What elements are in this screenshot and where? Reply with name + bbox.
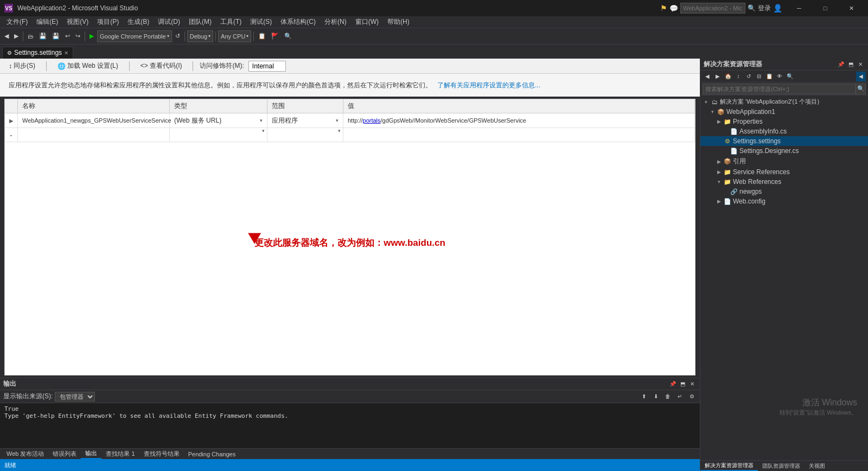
menu-help[interactable]: 帮助(H) — [383, 16, 414, 28]
row-type[interactable]: (Web 服务 URL) ▾ — [170, 113, 267, 128]
menu-analyze[interactable]: 分析(N) — [320, 16, 351, 28]
se-filter[interactable]: 🔍 — [785, 72, 795, 81]
toolbar-extra-1[interactable]: 📋 — [256, 30, 268, 42]
scope-dropdown-arrow[interactable]: ▾ — [336, 118, 339, 123]
row-name[interactable]: WebApplication1_newgps_GPSWebUserService… — [18, 113, 170, 128]
tree-settings-settings[interactable]: ⚙ Settings.settings — [700, 136, 868, 146]
grid-header-scope: 范围 — [267, 99, 343, 113]
solution-search-input[interactable] — [703, 84, 856, 94]
se-refresh[interactable]: ↺ — [744, 72, 754, 81]
se-props[interactable]: 📋 — [764, 72, 774, 81]
tab-find-results[interactable]: 查找结果 1 — [101, 449, 139, 459]
se-fwd[interactable]: ▶ — [713, 72, 723, 81]
tree-solution-node[interactable]: ▾ 🗂 解决方案 'WebApplication2'(1 个项目) — [700, 97, 868, 107]
se-pin-button[interactable]: 📌 — [837, 60, 845, 69]
empty-type-dropdown[interactable]: ▾ — [170, 128, 267, 133]
tree-assemblyinfo[interactable]: 📄 AssemblyInfo.cs — [700, 126, 868, 136]
se-close2[interactable]: ◀ — [856, 72, 866, 81]
back-button[interactable]: ◀ — [2, 30, 11, 42]
output-float-button[interactable]: ⬒ — [678, 380, 687, 389]
tree-settings-designer[interactable]: 📄 Settings.Designer.cs — [700, 146, 868, 156]
maximize-button[interactable]: □ — [813, 0, 838, 16]
menu-view[interactable]: 视图(V) — [62, 16, 93, 28]
empty-scope-dropdown[interactable]: ▾ — [267, 128, 343, 133]
tree-webconfig[interactable]: ▶ 📄 Web.config — [700, 196, 868, 206]
browser-dropdown[interactable]: Google Chrome Portable ▾ — [97, 30, 172, 42]
menu-debug[interactable]: 调试(D) — [154, 16, 184, 28]
output-clear[interactable]: 🗑 — [663, 392, 673, 402]
solution-search-icon[interactable]: 🔍 — [856, 84, 866, 94]
tree-references[interactable]: ▶ 📦 引用 — [700, 156, 868, 167]
access-modifier-select[interactable]: Internal Public — [248, 61, 286, 72]
tree-service-references[interactable]: ▶ 📁 Service References — [700, 167, 868, 177]
menu-project[interactable]: 项目(P) — [93, 16, 123, 28]
menu-file[interactable]: 文件(F) — [2, 16, 32, 28]
minimize-button[interactable]: ─ — [787, 0, 812, 16]
row-value[interactable]: http://portals/gdGpsWeb//MonitorWebServi… — [343, 113, 695, 128]
tree-properties[interactable]: ▶ 📁 Properties — [700, 117, 868, 126]
grid-data-row[interactable]: ▶ WebApplication1_newgps_GPSWebUserServi… — [5, 113, 695, 128]
output-close-button[interactable]: ✕ — [688, 380, 697, 389]
menu-window[interactable]: 窗口(W) — [351, 16, 383, 28]
empty-scope[interactable]: ▾ — [267, 128, 343, 142]
scope-dropdown[interactable]: 应用程序 ▾ — [272, 116, 339, 125]
empty-type[interactable]: ▾ — [170, 128, 267, 142]
toolbar-extra-3[interactable]: 🔍 — [282, 30, 294, 42]
type-dropdown-arrow[interactable]: ▾ — [260, 118, 263, 123]
tab-web-publish[interactable]: Web 发布活动 — [2, 449, 48, 459]
menu-build[interactable]: 生成(B) — [123, 16, 154, 28]
load-web-button[interactable]: 🌐 加载 Web 设置(L) — [53, 60, 123, 72]
run-button[interactable]: ▶ — [87, 30, 96, 42]
tree-project-node[interactable]: ▾ 📦 WebApplication1 — [700, 107, 868, 117]
se-close-button[interactable]: ✕ — [856, 60, 865, 69]
toolbar-extra-2[interactable]: 🚩 — [269, 30, 281, 42]
sync-button[interactable]: ↕ 同步(S) — [4, 60, 40, 72]
menu-architecture[interactable]: 体系结构(C) — [276, 16, 320, 28]
toolbar-save-all[interactable]: 💾 — [50, 30, 62, 42]
tab-pending-changes[interactable]: Pending Changes — [184, 450, 240, 458]
toolbar-icon-1[interactable]: 🗁 — [25, 30, 36, 42]
output-scroll-up[interactable]: ⬆ — [639, 392, 649, 402]
tab-output[interactable]: 输出 — [81, 449, 101, 459]
description-link[interactable]: 了解有关应用程序设置的更多信息... — [437, 81, 540, 89]
row-scope[interactable]: 应用程序 ▾ — [267, 113, 343, 128]
quick-search-input[interactable] — [680, 3, 745, 14]
settings-tab-close[interactable]: ✕ — [64, 50, 68, 56]
output-source-select[interactable]: 包管理器 — [55, 392, 95, 402]
se-collapse[interactable]: ⊟ — [754, 72, 764, 81]
empty-value[interactable] — [343, 128, 695, 142]
se-show-all[interactable]: 👁 — [775, 72, 784, 81]
forward-button[interactable]: ▶ — [12, 30, 21, 42]
se-home[interactable]: 🏠 — [723, 72, 733, 81]
close-button[interactable]: ✕ — [839, 0, 864, 16]
se-sync[interactable]: ↕ — [733, 72, 743, 81]
se-float-button[interactable]: ⬒ — [846, 60, 855, 69]
tab-settings[interactable]: ⚙ Settings.settings ✕ — [2, 47, 73, 59]
se-back[interactable]: ◀ — [703, 72, 712, 81]
se-tab-team[interactable]: 团队资源管理器 — [758, 462, 805, 470]
output-scroll-down[interactable]: ⬇ — [651, 392, 661, 402]
tree-web-references[interactable]: ▾ 📁 Web References — [700, 177, 868, 187]
tab-find-symbol[interactable]: 查找符号结果 — [139, 449, 184, 459]
menu-tools[interactable]: 工具(T) — [216, 16, 246, 28]
debug-dropdown[interactable]: Debug ▾ — [187, 30, 213, 42]
view-code-button[interactable]: <> 查看代码(I) — [136, 60, 187, 72]
tab-error-list[interactable]: 错误列表 — [48, 449, 81, 459]
se-tab-class[interactable]: 关视图 — [805, 462, 829, 470]
output-wrap[interactable]: ↵ — [675, 392, 685, 402]
tree-newgps[interactable]: 🔗 newgps — [700, 187, 868, 196]
type-dropdown[interactable]: (Web 服务 URL) ▾ — [174, 116, 263, 125]
menu-team[interactable]: 团队(M) — [184, 16, 216, 28]
empty-row[interactable]: • ▾ ▾ — [5, 128, 695, 142]
empty-name[interactable] — [18, 128, 170, 142]
output-filter[interactable]: ⚙ — [687, 392, 697, 402]
cpu-dropdown[interactable]: Any CPU ▾ — [218, 30, 251, 42]
output-pin-button[interactable]: 📌 — [668, 380, 677, 389]
toolbar-undo[interactable]: ↩ — [63, 30, 72, 42]
se-tab-solution[interactable]: 解决方案资源管理器 — [700, 461, 758, 471]
menu-test[interactable]: 测试(S) — [246, 16, 276, 28]
toolbar-redo[interactable]: ↪ — [73, 30, 82, 42]
menu-edit[interactable]: 编辑(E) — [32, 16, 62, 28]
refresh-button[interactable]: ↺ — [173, 30, 182, 42]
toolbar-save[interactable]: 💾 — [37, 30, 49, 42]
